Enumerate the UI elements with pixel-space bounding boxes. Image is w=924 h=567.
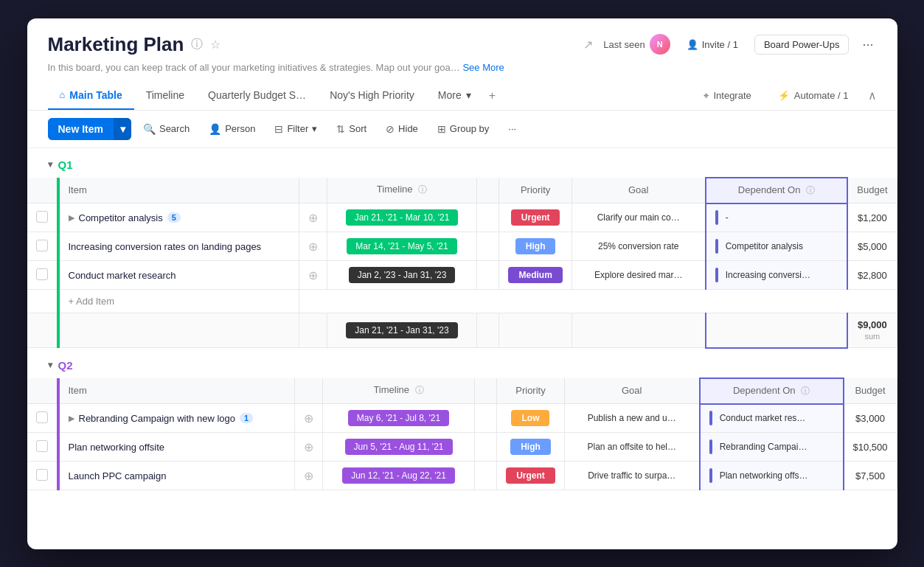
- table-row: ▶ Competitor analysis 5 ⊕ Jan 21, '21 - …: [27, 204, 897, 232]
- q1-row1-add[interactable]: ⊕: [299, 204, 327, 232]
- group-q1-header[interactable]: ▾ Q1: [27, 148, 897, 177]
- more-dots-icon[interactable]: ···: [859, 34, 876, 55]
- add-circle-icon[interactable]: ⊕: [304, 412, 313, 425]
- search-icon: 🔍: [143, 123, 156, 135]
- q2-row2-check[interactable]: [27, 433, 58, 462]
- info-icon[interactable]: ⓘ: [191, 37, 203, 52]
- q1-row1-priority: Urgent: [499, 204, 572, 232]
- q2-row1-timeline: May 6, '21 - Jul 8, '21: [322, 404, 474, 433]
- tab-main-table[interactable]: ⌂ Main Table: [48, 82, 134, 110]
- sum-add: [299, 313, 327, 348]
- board-description: In this board, you can keep track of all…: [48, 62, 877, 73]
- group-icon: ⊞: [437, 123, 446, 135]
- new-item-button[interactable]: New Item ▾: [48, 118, 131, 140]
- q2-goal-header: Goal: [564, 378, 699, 404]
- add-item-cell[interactable]: + Add Item: [58, 290, 299, 313]
- sum-budget: $9,000 sum: [847, 313, 897, 348]
- integrate-button[interactable]: ⌖ Integrate: [696, 86, 758, 106]
- tab-timeline[interactable]: Timeline: [134, 82, 196, 110]
- q2-budget-header: Budget: [844, 378, 897, 404]
- q2-row1-goal: Publish a new and u…: [564, 404, 699, 433]
- q1-row2-budget: $5,000: [847, 232, 897, 261]
- tab-main-table-label: Main Table: [69, 89, 122, 101]
- q2-row1-add[interactable]: ⊕: [294, 404, 322, 433]
- add-circle-icon[interactable]: ⊕: [308, 212, 318, 224]
- new-item-caret[interactable]: ▾: [114, 118, 131, 140]
- q1-row1-item: ▶ Competitor analysis 5: [58, 204, 299, 232]
- q2-row3-add[interactable]: ⊕: [294, 462, 322, 490]
- star-icon[interactable]: ☆: [210, 38, 220, 52]
- toolbar: New Item ▾ 🔍 Search 👤 Person ⊟ Filter ▾ …: [27, 111, 897, 148]
- invite-button[interactable]: 👤 Invite / 1: [681, 36, 744, 53]
- dep-text: Increasing conversi…: [726, 270, 810, 280]
- automate-button[interactable]: ⚡ Automate / 1: [771, 86, 856, 105]
- q1-row1-check[interactable]: [27, 204, 58, 232]
- checkbox[interactable]: [36, 440, 48, 452]
- add-circle-icon[interactable]: ⊕: [304, 470, 313, 482]
- q2-timeline-header: Timeline ⓘ: [322, 378, 474, 404]
- expand-arrow[interactable]: ▶: [69, 414, 74, 423]
- add-tab-button[interactable]: +: [483, 82, 501, 110]
- tab-noy-priority[interactable]: Noy's High Priority: [318, 82, 426, 110]
- collapse-icon[interactable]: ∧: [868, 88, 877, 102]
- see-more-link[interactable]: See More: [462, 62, 504, 73]
- q1-row2-add[interactable]: ⊕: [299, 232, 327, 261]
- dep-indicator: [715, 210, 718, 225]
- header-top: Marketing Plan ⓘ ☆ ↗ Last seen N 👤 Invit…: [48, 33, 877, 56]
- tabs-right-actions: ⌖ Integrate ⚡ Automate / 1 ∧: [696, 86, 876, 106]
- sort-button[interactable]: ⇅ Sort: [329, 119, 374, 139]
- person-button[interactable]: 👤 Person: [201, 119, 263, 139]
- add-circle-icon[interactable]: ⊕: [308, 240, 318, 253]
- q1-row2-item: Increasing conversion rates on landing p…: [58, 232, 299, 261]
- q1-priority-header: Priority: [499, 178, 572, 204]
- priority-badge: Urgent: [506, 467, 555, 484]
- hide-icon: ⊘: [386, 123, 395, 135]
- q2-row2-tl-extra: [475, 433, 497, 462]
- group-q2-chevron[interactable]: ▾: [48, 360, 52, 370]
- add-circle-icon[interactable]: ⊕: [308, 269, 318, 282]
- q2-row3-goal: Drive traffic to surpa…: [564, 462, 699, 490]
- dep-content: Rebranding Campai…: [709, 439, 834, 454]
- tab-quarterly[interactable]: Quarterly Budget S…: [196, 82, 318, 110]
- q2-tl-extra: [475, 378, 497, 404]
- dep-indicator: [709, 439, 712, 454]
- q1-row3-check[interactable]: [27, 261, 58, 290]
- checkbox[interactable]: [36, 211, 48, 223]
- checkbox[interactable]: [36, 268, 48, 280]
- q1-row3-dependent: Increasing conversi…: [706, 261, 848, 290]
- q2-row2-add[interactable]: ⊕: [294, 433, 322, 462]
- sum-timeline: Jan 21, '21 - Jan 31, '23: [327, 313, 477, 348]
- integrate-label: Integrate: [713, 90, 751, 101]
- group-by-button[interactable]: ⊞ Group by: [430, 119, 496, 139]
- q2-row3-check[interactable]: [27, 462, 58, 490]
- q2-row3-item: Launch PPC campaign: [58, 462, 295, 490]
- dep-indicator: [715, 239, 718, 254]
- add-item-button[interactable]: + Add Item: [69, 296, 115, 307]
- more-options-button[interactable]: ···: [501, 119, 524, 139]
- checkbox[interactable]: [36, 240, 48, 251]
- q2-row1-check[interactable]: [27, 404, 58, 433]
- add-item-rest: [299, 290, 897, 313]
- group-q1-label: Q1: [58, 159, 73, 171]
- checkbox[interactable]: [36, 469, 48, 481]
- trend-icon[interactable]: ↗: [583, 38, 593, 52]
- group-q1-chevron[interactable]: ▾: [48, 159, 52, 170]
- tab-more[interactable]: More ▾: [426, 82, 483, 110]
- filter-button[interactable]: ⊟ Filter ▾: [267, 119, 324, 139]
- q1-check-header: [27, 178, 58, 204]
- q2-row2-priority: High: [497, 433, 565, 462]
- q1-row2-check[interactable]: [27, 232, 58, 261]
- q1-row1-budget: $1,200: [847, 204, 897, 232]
- q1-row3-add[interactable]: ⊕: [299, 261, 327, 290]
- avatar: N: [650, 34, 670, 55]
- expand-arrow[interactable]: ▶: [69, 213, 74, 223]
- add-circle-icon[interactable]: ⊕: [304, 441, 313, 453]
- item-badge: 5: [167, 212, 181, 223]
- search-button[interactable]: 🔍 Search: [136, 119, 197, 139]
- hide-button[interactable]: ⊘ Hide: [378, 119, 425, 139]
- q2-row3-tl-extra: [475, 462, 497, 490]
- group-q2-header[interactable]: ▾ Q2: [27, 349, 897, 378]
- board-power-ups-button[interactable]: Board Power-Ups: [754, 35, 850, 55]
- checkbox[interactable]: [36, 411, 48, 423]
- item-name-container: ▶ Rebranding Campaign with new logo 1: [69, 413, 285, 424]
